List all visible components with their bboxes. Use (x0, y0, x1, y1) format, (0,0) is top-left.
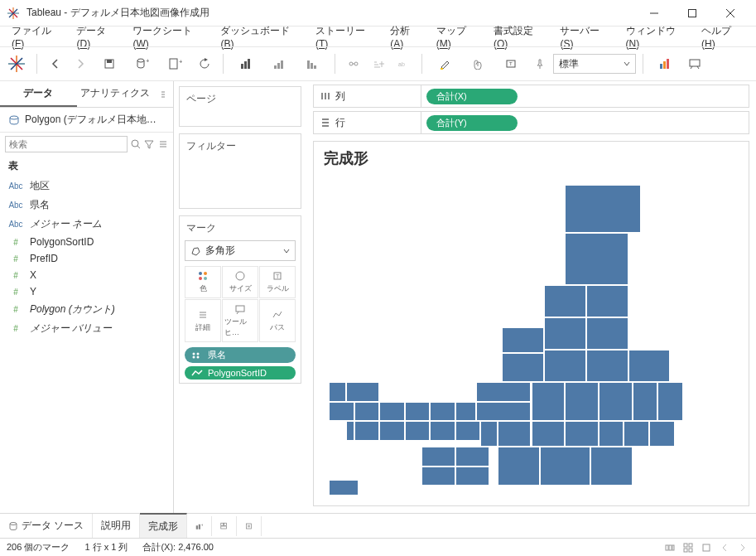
field-item[interactable]: Abcメジャー ネーム (0, 215, 173, 234)
tab-analytics[interactable]: アナリティクス (77, 81, 154, 107)
search-input[interactable] (5, 136, 128, 152)
next-sheet-icon[interactable] (736, 541, 749, 554)
prefecture-tile[interactable] (480, 421, 497, 447)
new-dashboard-tab[interactable] (212, 516, 237, 536)
prefecture-tile[interactable] (540, 447, 590, 486)
rows-pill[interactable]: 合計(Y) (426, 115, 518, 131)
swap-button[interactable] (230, 52, 262, 75)
field-item[interactable]: #X (0, 267, 173, 283)
prefecture-tile[interactable] (544, 285, 586, 317)
forward-button[interactable] (69, 52, 92, 75)
new-worksheet-tab[interactable]: + (187, 516, 212, 536)
field-item[interactable]: #PrefID (0, 250, 173, 267)
prefecture-tile[interactable] (421, 447, 455, 466)
new-worksheet-button[interactable]: + (160, 52, 191, 75)
prefecture-tile[interactable] (586, 317, 628, 350)
columns-pill[interactable]: 合計(X) (426, 89, 518, 104)
field-item[interactable]: #メジャー バリュー (0, 319, 173, 338)
prefecture-tile[interactable] (329, 480, 359, 496)
field-item[interactable]: Abc地区 (0, 176, 173, 196)
highlight-button[interactable] (429, 52, 460, 75)
presentation-button[interactable] (683, 52, 706, 75)
prefecture-tile[interactable] (346, 382, 380, 401)
prefecture-tile[interactable] (476, 402, 531, 421)
field-item[interactable]: #Y (0, 283, 173, 300)
sort-asc-button[interactable] (263, 52, 295, 75)
field-item[interactable]: #Polygon (カウント) (0, 300, 173, 319)
prefecture-tile[interactable] (565, 233, 628, 285)
prefecture-tile[interactable] (565, 421, 599, 447)
attach-button[interactable] (462, 52, 494, 75)
prefecture-tile[interactable] (379, 402, 405, 421)
new-datasource-button[interactable]: + (127, 52, 158, 75)
new-story-tab[interactable] (237, 516, 262, 536)
view-options-icon[interactable] (158, 137, 168, 152)
prefecture-tile[interactable] (544, 350, 586, 382)
prefecture-tile[interactable] (329, 382, 345, 401)
fit-dropdown[interactable]: 標準 (553, 54, 636, 74)
mark-type-dropdown[interactable]: 多角形 (185, 240, 296, 261)
filmstrip-icon[interactable] (663, 541, 677, 554)
prefecture-tile[interactable] (405, 421, 431, 440)
search-icon[interactable] (131, 137, 141, 152)
back-button[interactable] (44, 52, 67, 75)
prefecture-tile[interactable] (405, 402, 431, 421)
prefecture-tile[interactable] (354, 421, 380, 440)
group-button[interactable] (342, 52, 365, 75)
prefecture-tile[interactable] (532, 382, 566, 421)
prefecture-tile[interactable] (329, 402, 354, 421)
show-sheet-icon[interactable] (700, 541, 713, 554)
rows-shelf[interactable]: 行 合計(Y) (313, 111, 749, 134)
sheet-tab[interactable]: 完成形 (140, 513, 187, 539)
prefecture-tile[interactable] (421, 467, 455, 486)
prefecture-tile[interactable] (633, 382, 658, 421)
prefecture-tile[interactable] (455, 402, 476, 421)
prefecture-tile[interactable] (590, 447, 633, 486)
collapse-sidebar-button[interactable] (153, 81, 173, 107)
pin-button[interactable] (528, 52, 551, 75)
prefecture-tile[interactable] (599, 382, 633, 421)
totals-button[interactable] (367, 52, 390, 75)
show-me-button[interactable] (650, 52, 681, 75)
field-item[interactable]: #PolygonSortID (0, 234, 173, 250)
prefecture-tile[interactable] (502, 353, 544, 382)
prefecture-tile[interactable] (346, 421, 354, 440)
prefecture-tile[interactable] (498, 447, 540, 486)
prefecture-tile[interactable] (657, 382, 683, 421)
viz-canvas[interactable]: 完成形 (313, 141, 749, 506)
prefecture-tile[interactable] (455, 467, 489, 486)
tab-data[interactable]: データ (0, 81, 77, 107)
prefecture-tile[interactable] (586, 350, 628, 382)
prefecture-tile[interactable] (455, 447, 489, 466)
prefecture-tile[interactable] (649, 421, 675, 447)
prefecture-tile[interactable] (544, 317, 586, 350)
mark-pill[interactable]: PolygonSortID (185, 366, 296, 380)
mark-color-button[interactable]: 色 (185, 266, 221, 298)
sort-desc-button[interactable] (296, 52, 328, 75)
prefecture-tile[interactable] (628, 350, 671, 382)
prefecture-tile[interactable] (430, 421, 455, 440)
mark-pill[interactable]: 県名 (185, 347, 296, 363)
label-button[interactable]: T (495, 52, 527, 75)
grid-icon[interactable] (681, 541, 695, 554)
prefecture-tile[interactable] (498, 421, 532, 447)
prefecture-tile[interactable] (379, 421, 405, 440)
mark-detail-button[interactable]: 詳細 (185, 299, 221, 342)
prefecture-tile[interactable] (354, 402, 380, 421)
mark-tooltip-button[interactable]: ツールヒ… (222, 299, 258, 342)
abc-button[interactable]: ab (392, 52, 415, 75)
refresh-button[interactable] (193, 52, 216, 75)
prefecture-tile[interactable] (624, 421, 649, 447)
prefecture-tile[interactable] (586, 285, 628, 317)
prefecture-tile[interactable] (502, 327, 544, 353)
prefecture-tile[interactable] (565, 185, 641, 234)
save-button[interactable] (94, 52, 125, 75)
field-item[interactable]: Abc県名 (0, 196, 173, 215)
prefecture-tile[interactable] (430, 402, 455, 421)
prefecture-tile[interactable] (455, 421, 481, 440)
sheet-tab[interactable]: 説明用 (93, 513, 140, 539)
prefecture-tile[interactable] (532, 421, 566, 447)
mark-path-button[interactable]: パス (259, 299, 296, 342)
filters-shelf[interactable]: フィルター (179, 133, 301, 209)
mark-size-button[interactable]: サイズ (222, 266, 258, 298)
